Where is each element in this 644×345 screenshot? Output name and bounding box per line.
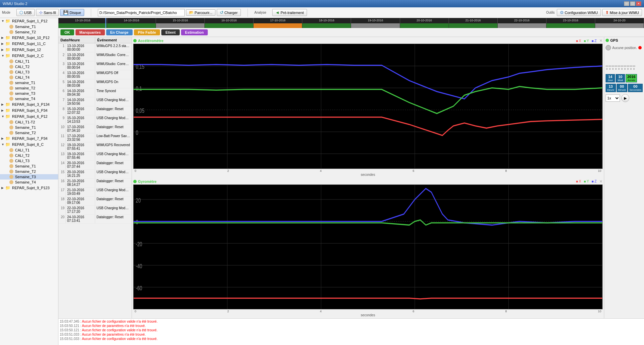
sidebar-item-semaine-t2-3[interactable]: Semaine_T2 (0, 169, 58, 174)
sidebar-item-repar-sujet-1-p12[interactable]: ▼📁REPAR_Sujet_1_P12 (0, 18, 58, 24)
sidebar-item-repar-sujet-3-p134[interactable]: ▶📁REPAR_Sujet_3_P134 (0, 101, 58, 107)
event-date: 19-10-2016 07:55:46 (66, 151, 95, 160)
sidebar-item-cali-t3-2[interactable]: CALI_T3 (0, 158, 58, 163)
heure-button[interactable]: 13 Heure (606, 84, 616, 92)
window-controls: ─ □ ✕ (624, 1, 641, 6)
sidebar-item-semaine-t1-1[interactable]: Semaine_T1 (0, 24, 58, 29)
sidebar-item-cali-t1-t2[interactable]: CALI_T1-T2 (0, 119, 58, 125)
legend-btn-manquantes[interactable]: Manquantes (75, 29, 105, 35)
table-row[interactable]: 20 24-10-2016 07:13:41 Datalogger: Reset (58, 215, 132, 224)
table-row[interactable]: 7 14-10-2016 19:50:56 USB Charging Mode … (58, 97, 132, 106)
minute-button[interactable]: 00 Minute (617, 84, 628, 92)
table-row[interactable]: 10 17-10-2016 07:34:10 Datalogger: Reset (58, 124, 132, 133)
sidebar-item-cali-t3-1[interactable]: CALI_T3 (0, 69, 58, 75)
sidebar-item-semaine-t2-1[interactable]: Semaine_T2 (0, 29, 58, 35)
legend-btn-ok[interactable]: OK (60, 29, 74, 35)
accel-close-icon[interactable]: ✕ (599, 38, 603, 43)
timeline-date: 19-10-2016 (351, 18, 400, 23)
minimize-button[interactable]: ─ (624, 1, 629, 6)
legend-btn-estimation[interactable]: Estimation (181, 29, 208, 35)
table-row[interactable]: 17 21-10-2016 19:03:49 USB Charging Mode… (58, 188, 132, 197)
timeline-cursor[interactable] (105, 18, 106, 28)
legend-btn-en-charge[interactable]: En Charge (106, 29, 133, 35)
date-col-header: Date/Heure (58, 37, 95, 43)
expand-icon: ▼ (1, 115, 5, 118)
table-row[interactable]: 8 15-10-2016 12:07:32 Datalogger: Reset (58, 106, 132, 115)
sidebar-item-semaine-t2-1[interactable]: semaine_T2 (0, 85, 58, 91)
jour-button[interactable]: 14 Jour (606, 74, 615, 82)
table-row[interactable]: 5 14-10-2016 08:03:08 WIMUGPS On (58, 79, 132, 88)
timeline-segment (546, 23, 595, 28)
table-row[interactable]: 14 20-10-2016 07:37:44 Datalogger: Reset (58, 160, 132, 169)
table-row[interactable]: 12 19-10-2016 07:55:41 WIMUGPS Recovered (58, 142, 132, 151)
table-row[interactable]: 1 13-10-2016 00:00:00 WIMuGPS 2.2.5 star… (58, 43, 132, 52)
play-button[interactable]: ▶ (621, 94, 629, 102)
log-timestamp: 15:03:50.121 : (60, 324, 82, 328)
speed-select[interactable]: 1x 0.5x 2x 4x (606, 94, 620, 102)
table-row[interactable]: 9 15-10-2016 14:13:53 USB Charging Mode … (58, 115, 132, 124)
sidebar-item-repar-sujet-7-p34[interactable]: ▶📁REPAR_Sujet_7_P34 (0, 135, 58, 141)
sidebar-item-semaine-t1-3[interactable]: Semaine_T1 (0, 163, 58, 169)
table-row[interactable]: 15 20-10-2016 16:21:25 USB Charging Mode… (58, 169, 132, 179)
table-row[interactable]: 3 13-10-2016 00:00:54 WIMUStudio: Correc… (58, 61, 132, 70)
expand-icon: ▶ (1, 137, 5, 140)
event-desc: Datalogger: Reset (95, 197, 132, 205)
path-input[interactable] (98, 9, 185, 16)
table-row[interactable]: 4 13-10-2016 00:00:55 WIMUGPS Off (58, 70, 132, 79)
sidebar-item-semaine-t4-3[interactable]: Semaine_T4 (0, 180, 58, 185)
table-row[interactable]: 13 19-10-2016 07:55:46 USB Charging Mode… (58, 151, 132, 160)
sidebar-item-semaine-t1-2[interactable]: Semaine_T1 (0, 125, 58, 130)
config-wimu-button[interactable]: ⚙ Configuration WIMU (557, 9, 601, 16)
sidebar-item-label: Semaine_T3 (15, 175, 36, 179)
sidebar-item-repar-sujet-8-c[interactable]: ▼📁REPAR_Sujet_8_C (0, 141, 58, 147)
event-rows[interactable]: 1 13-10-2016 00:00:00 WIMuGPS 2.2.5 star… (58, 43, 132, 318)
mod-button[interactable]: 10 Mod (616, 74, 625, 82)
sidebar-item-semaine-t1-1[interactable]: semaine_T1 (0, 80, 58, 85)
close-button[interactable]: ✕ (636, 1, 641, 6)
table-row[interactable]: 6 14-10-2016 09:04:30 Time Synced (58, 88, 132, 97)
table-row[interactable]: 11 17-10-2016 23:32:56 Low-Batt Power Sa… (58, 133, 132, 142)
table-row[interactable]: 16 21-10-2016 08:14:27 Datalogger: Reset (58, 179, 132, 188)
sidebar-item-cali-t1-2[interactable]: CALI_T1 (0, 147, 58, 153)
charger-button[interactable]: ↺ Charger (217, 9, 241, 16)
sidebar-item-cali-t2-2[interactable]: CALI_T2 (0, 153, 58, 158)
event-desc: Low-Batt Power Saving (95, 133, 132, 142)
legend-btn-pile-faible[interactable]: Pile Faible (134, 29, 160, 35)
sidebar-item-repar-sujet-9-p123[interactable]: ▶📁REPAR_Sujet_9_P123 (0, 185, 58, 191)
pre-traitement-button[interactable]: ◄ Pré-traitement (272, 9, 307, 16)
sidebar-item-semaine-t2-2[interactable]: Semaine_T2 (0, 130, 58, 135)
accelerometre-chart[interactable]: 0,15 0,1 0,05 0 (133, 44, 603, 169)
sidebar-item-repar-sujet-5-p34[interactable]: ▶📁REPAR_Sujet_5_P34 (0, 107, 58, 113)
annee-button[interactable]: 2016 Année (626, 74, 637, 82)
sidebar-item-semaine-t4-1[interactable]: semaine_T4 (0, 96, 58, 101)
sidebar-item-semaine-t3-3[interactable]: Semaine_T3 (0, 174, 58, 180)
person-icon (9, 159, 13, 163)
accelerometre-title: Accéléromètre ■ X ■ Y ■ Z ✕ (133, 38, 603, 43)
table-row[interactable]: 2 13-10-2016 00:00:00 WIMUStudio: Correc… (58, 52, 132, 61)
sans-fil-button[interactable]: ⊹ Sans-fil (36, 9, 59, 16)
timeline-bar[interactable]: 13-10-201614-10-201615-10-201616-10-2016… (58, 18, 644, 28)
table-row[interactable]: 19 22-10-2016 17:17:20 USB Charging Mode… (58, 206, 132, 215)
event-num: 4 (58, 70, 66, 79)
gyrometre-chart[interactable]: 20 0 -20 -40 -60 (133, 185, 603, 310)
legend-btn-etient[interactable]: Etient (161, 29, 180, 35)
maximize-button[interactable]: □ (630, 1, 635, 6)
sidebar-item-repar-sujet-10-p12[interactable]: ▶📁REPAR_Sujet_10_P12 (0, 35, 58, 41)
disque-button[interactable]: 💾 Disque (60, 9, 84, 16)
gps-num: 0 (624, 68, 626, 70)
parcourir-button[interactable]: 📂 Parcourir... (186, 9, 215, 16)
sidebar-item-repar-sujet-12[interactable]: ▶📁REPAR_Sujet_12 (0, 47, 58, 53)
sidebar-item-repar-sujet-11-c[interactable]: ▶📁REPAR_Sujet_11_C (0, 41, 58, 47)
sidebar-item-repar-sujet-6-p12[interactable]: ▼📁REPAR_Sujet_6_P12 (0, 113, 58, 119)
sidebar-item-semaine-t3-1[interactable]: semaine_T3 (0, 91, 58, 96)
gyro-close-icon[interactable]: ✕ (599, 179, 603, 184)
usb-button[interactable]: ⬡ USB (16, 9, 35, 16)
seconde-button[interactable]: 00 Secondes (628, 84, 643, 92)
mise-a-jour-button[interactable]: ⬆ Mise à jour WIMU (602, 9, 642, 16)
sidebar-item-cali-t2-1[interactable]: CALI_T2 (0, 64, 58, 69)
table-row[interactable]: 18 22-10-2016 09:17:06 Datalogger: Reset (58, 197, 132, 206)
sidebar-item-cali-t1-1[interactable]: CALI_T1 (0, 59, 58, 64)
sidebar-item-repar-sujet-2-c[interactable]: ▼📁REPAR_Sujet_2_C (0, 53, 58, 59)
sidebar-item-label: semaine_T3 (15, 91, 35, 95)
sidebar-item-cali-t4-1[interactable]: CALI_T4 (0, 75, 58, 80)
